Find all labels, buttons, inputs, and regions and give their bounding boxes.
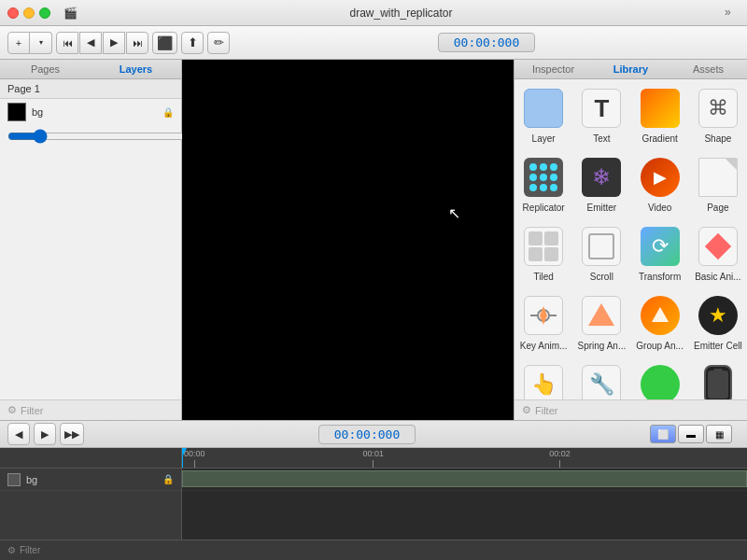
view-buttons: ⬜ ▬ ▦ [650, 425, 732, 443]
canvas-area[interactable]: ↖ [182, 60, 514, 420]
lib-item-springani[interactable]: Spring An... [572, 287, 630, 356]
timeline-layer-name: bg [26, 474, 157, 485]
lib-item-script[interactable]: 🔧 Script [572, 356, 630, 399]
play-button[interactable]: ▶ [103, 32, 125, 54]
filter-icon: ⚙ [522, 404, 531, 416]
timeline-filter-bar: ⚙ Filter [0, 539, 747, 560]
tab-pages[interactable]: Pages [0, 60, 91, 78]
lib-item-keyanim[interactable]: Key Anim... [514, 287, 572, 356]
groupani-icon [638, 293, 683, 338]
minimize-button[interactable] [23, 7, 35, 19]
right-panel-tabs: Inspector Library Assets [514, 60, 747, 79]
scroll-label: Scroll [590, 272, 613, 282]
ruler-mark-2: 00:02 [549, 448, 571, 468]
tab-layers[interactable]: Layers [91, 60, 181, 78]
filter-label: Filter [535, 405, 557, 416]
transport-play[interactable]: ▶ [34, 423, 56, 445]
timeline-layers-panel: bg 🔒 [0, 469, 182, 539]
page-label: Page [707, 203, 728, 213]
gradient-icon [638, 86, 683, 131]
replicator-label: Replicator [523, 203, 565, 213]
tab-assets[interactable]: Assets [669, 60, 747, 78]
page-icon [696, 155, 740, 200]
lib-item-circle[interactable]: circle [631, 356, 689, 399]
toolbar: + ▾ ⏮ ◀ ▶ ⏭ ⬛ ⬆ ✏ 00:00:000 [0, 26, 747, 60]
close-button[interactable] [7, 7, 19, 19]
lib-item-scroll[interactable]: Scroll [572, 217, 630, 287]
lib-item-gradient[interactable]: Gradient [631, 79, 689, 148]
lib-item-tiled[interactable]: Tiled [514, 217, 572, 287]
lib-item-text[interactable]: T Text [572, 79, 630, 148]
video-label: Video [648, 203, 671, 213]
right-panel: Inspector Library Assets Layer T Text Gr… [514, 60, 747, 420]
lib-item-page[interactable]: Page [689, 148, 747, 217]
shape-label: Shape [704, 133, 731, 144]
add-dropdown-button[interactable]: ▾ [30, 32, 52, 54]
tab-library[interactable]: Library [592, 60, 669, 78]
view-btn-1[interactable]: ⬜ [650, 425, 676, 443]
basicani-icon [696, 224, 740, 269]
maximize-button[interactable] [39, 7, 50, 19]
play-rev-button[interactable]: ◀ [79, 32, 102, 54]
tiled-icon [521, 224, 566, 269]
filter-bar: ⚙ Filter [0, 399, 181, 420]
lib-item-shape[interactable]: ⌘ Shape [689, 79, 747, 148]
lib-item-emitter[interactable]: ❄ Emitter [572, 148, 630, 217]
timeline-clip[interactable] [182, 470, 747, 487]
lib-item-action[interactable]: 👆 Action [514, 356, 572, 399]
info-button[interactable]: ✏ [207, 32, 230, 54]
replicator-icon [521, 155, 566, 200]
title-icon: 🎬 [63, 7, 78, 20]
timeline-playhead[interactable] [182, 448, 183, 468]
view-btn-2[interactable]: ▬ [678, 425, 704, 443]
filter-icon: ⚙ [7, 404, 17, 416]
timeline-ruler[interactable]: 00:00 00:01 00:02 [182, 448, 747, 468]
svg-marker-5 [652, 307, 669, 322]
lib-item-basicani[interactable]: Basic Ani... [689, 217, 747, 287]
transform-icon: ⟳ [638, 224, 683, 269]
add-button[interactable]: + [7, 32, 30, 54]
ruler-mark-0: 00:00 [184, 448, 205, 468]
springani-label: Spring An... [578, 341, 627, 351]
transport-ff[interactable]: ▶▶ [60, 423, 84, 445]
scroll-icon [579, 224, 624, 269]
traffic-lights [7, 7, 50, 19]
emittercell-label: Emitter Cell [694, 341, 742, 351]
transport-bar: ◀ ▶ ▶▶ 00:00:000 ⬜ ▬ ▦ [0, 420, 747, 448]
expand-button[interactable]: » [725, 6, 740, 21]
tab-inspector[interactable]: Inspector [514, 60, 592, 78]
canvas-black [182, 60, 514, 420]
svg-marker-3 [540, 306, 547, 325]
layer-thumbnail [7, 103, 26, 121]
library-filter-bar: ⚙ Filter [514, 399, 747, 420]
fast-forward-button[interactable]: ⏭ [126, 32, 148, 54]
filter-label: Filter [21, 405, 43, 416]
lib-item-emittercell[interactable]: ★ Emitter Cell [689, 287, 747, 356]
transport-buttons: ⏮ ◀ ▶ ⏭ [56, 32, 148, 54]
titlebar: 🎬 draw_with_replicator » [0, 0, 747, 26]
rewind-button[interactable]: ⏮ [56, 32, 78, 54]
lib-item-replicator[interactable]: Replicator [514, 148, 572, 217]
timeline-tracks[interactable] [182, 469, 747, 539]
lib-item-layer[interactable]: Layer [514, 79, 572, 148]
timeline-layer-row[interactable]: bg 🔒 [0, 469, 181, 491]
layer-item[interactable]: bg 🔒 [0, 99, 181, 125]
monitor-button[interactable]: ⬛ [152, 32, 177, 54]
share-button[interactable]: ⬆ [181, 32, 204, 54]
lib-item-groupani[interactable]: Group An... [631, 287, 689, 356]
timeline-track-row[interactable] [182, 469, 747, 491]
circle-icon [638, 362, 683, 399]
view-btn-3[interactable]: ▦ [706, 425, 732, 443]
timeline-left-spacer [0, 448, 182, 468]
iphonex-icon [696, 362, 740, 399]
page-label: Page 1 [0, 79, 181, 99]
text-icon: T [579, 86, 624, 131]
zoom-slider[interactable] [7, 129, 189, 144]
lib-item-transform[interactable]: ⟳ Transform [631, 217, 689, 287]
timeline-layer-thumb [7, 473, 21, 486]
timeline-filter-label: Filter [20, 545, 40, 555]
transport-rewind[interactable]: ◀ [7, 423, 30, 445]
lib-item-video[interactable]: ▶ Video [631, 148, 689, 217]
window-title: draw_with_replicator [83, 7, 719, 20]
lib-item-iphonex[interactable]: iPhoneX [689, 356, 747, 399]
